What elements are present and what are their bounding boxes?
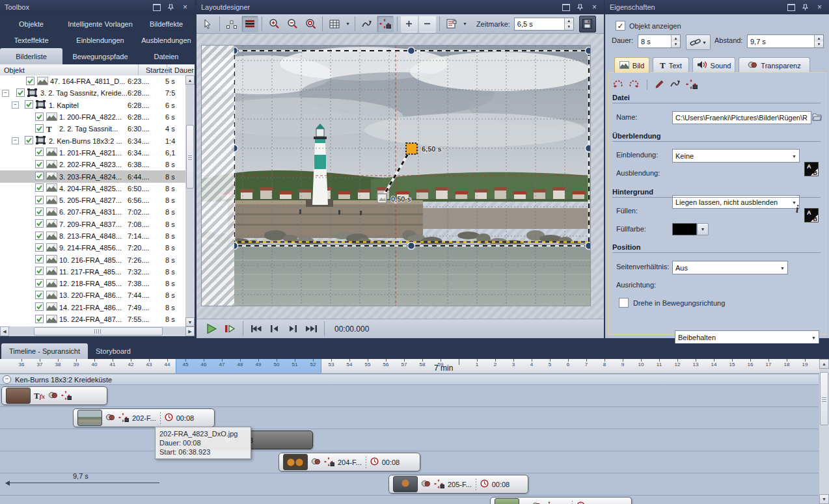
keyframe-list-dropdown-arrow[interactable]: ▼ [463,21,467,26]
vscroll-thumb[interactable] [186,125,194,189]
list-item[interactable]: 15. 224-FRA_487...7:55....8 s [0,313,185,325]
timeline-clip[interactable]: Tfx [1,386,107,405]
skip-to-end-button[interactable] [304,323,318,336]
list-item[interactable]: T2. 2. Tag Sassnit...6:30....4 s [0,123,185,135]
toolbox-tab-bildeffekte[interactable]: Bildeffekte [138,16,195,32]
collapse-group-icon[interactable]: − [3,375,11,384]
item-checkbox[interactable] [25,100,33,110]
column-dauer[interactable]: Dauer [171,66,194,74]
timeline-tab-timeline-spuransicht[interactable]: Timeline - Spuransicht [1,343,88,359]
fuellfarbe-picker[interactable]: ▼ [672,223,709,235]
motion-path-icon[interactable] [670,79,681,90]
info-icon[interactable]: i [796,204,798,215]
list-item[interactable]: 6. 207-FRA_4831...7:02....8 s [0,206,185,218]
previous-frame-button[interactable] [267,323,282,336]
selection-handle[interactable] [586,145,591,152]
select-tool-button[interactable] [199,16,216,33]
column-objekt[interactable]: Objekt [0,66,25,74]
skip-to-start-button[interactable] [249,323,264,336]
item-checkbox[interactable] [35,160,44,170]
tab-sound[interactable]: Sound [692,57,735,73]
timeline-track[interactable] [0,496,819,504]
play-from-marker-button[interactable] [223,323,237,336]
close-icon[interactable]: × [181,4,189,11]
item-checkbox[interactable] [35,183,44,193]
keyframe-marker-end[interactable] [406,143,417,154]
hscroll-thumb[interactable] [34,327,163,336]
dauer-spinner[interactable]: ▲▼ [671,35,680,47]
timeline-clip[interactable]: 205-F...00:08 [388,475,528,494]
scroll-up-button[interactable]: ▲ [185,75,195,85]
link-duration-button[interactable]: ▼ [686,34,711,50]
tab-transparenz[interactable]: Transparenz [739,57,810,73]
motion-path-tool-button[interactable] [359,16,375,33]
selection-handle[interactable] [586,243,591,250]
item-checkbox[interactable] [35,267,44,276]
toolbox-hscrollbar[interactable]: ◀ ▶ [0,326,195,336]
timeline-tab-storyboard[interactable]: Storyboard [88,343,139,359]
node-edit-tool-button[interactable] [223,16,240,33]
pin-icon[interactable] [801,4,809,11]
toolbox-tab-einblendungen[interactable]: Einblendungen [62,32,138,48]
selection-handle[interactable] [408,243,415,250]
item-checkbox[interactable] [35,302,44,312]
list-item[interactable]: 8. 213-FRA_4848...7:14....8 s [0,230,185,242]
item-checkbox[interactable] [35,172,44,181]
design-canvas[interactable]: 6,50 s 0,50 s [197,34,604,319]
list-item[interactable]: −3. 2. Tag Sassnitz, Kreide...6:28....7:… [0,87,185,99]
tracks-view-button[interactable] [241,16,258,33]
timeline-track[interactable] [0,429,819,451]
timeline-clip[interactable]: 204-F...00:08 [279,453,420,471]
item-checkbox[interactable] [35,232,44,241]
abstand-spinner[interactable]: ▲▼ [814,35,823,47]
camera-pan-tool-button[interactable] [377,16,394,33]
save-view-button[interactable] [579,16,596,33]
keyframe-marker-start[interactable] [377,194,387,203]
zoom-fit-button[interactable] [302,16,319,33]
zoom-in-button[interactable] [265,16,282,33]
list-item[interactable]: 4. 204-FRA_4825...6:50....8 s [0,183,185,194]
play-button[interactable] [204,323,219,336]
abstand-input[interactable] [747,34,824,48]
toolbox-tab-texteffekte[interactable]: Texteffekte [0,32,62,48]
maximize-icon[interactable] [787,4,795,11]
camera-pan-icon[interactable] [686,79,698,90]
pin-icon[interactable] [167,4,175,11]
list-item[interactable]: 7. 209-FRA_4837...7:08....8 s [0,219,185,230]
timeline-ruler[interactable]: 7 min 3637383940414243444546474849505152… [0,359,829,374]
scroll-down-button[interactable]: ▼ [819,494,829,504]
list-item[interactable]: 3. 203-FRA_4824...6:44....8 s [0,170,185,182]
timeline-clip[interactable]: T2...00:08 [490,497,632,504]
rotate-right-icon[interactable] [629,79,640,90]
selection-handle[interactable] [586,47,591,55]
maximize-icon[interactable] [562,4,570,11]
track-group-header[interactable]: − Ken-Burns 18x3:2 Kreideküste [0,375,819,385]
list-item[interactable]: 10. 216-FRA_485...7:26....8 s [0,254,185,265]
maximize-icon[interactable] [152,4,161,11]
timeline-track[interactable] [0,385,819,407]
tab-text[interactable]: TText [653,57,689,73]
add-keyframe-button[interactable] [401,16,418,33]
zeitmarke-spinner[interactable]: ▲▼ [564,18,573,30]
list-item[interactable]: 11. 217-FRA_485...7:32....8 s [0,266,185,278]
drehe-checkbox[interactable] [619,298,629,308]
show-object-checkbox[interactable]: ✓ [616,21,625,31]
item-checkbox[interactable] [35,196,44,206]
filename-input[interactable] [672,111,811,124]
remove-keyframe-button[interactable] [419,16,436,33]
list-column-header[interactable]: Objekt Startzeit Dauer [0,64,195,76]
next-frame-button[interactable] [286,323,300,336]
slide-preview[interactable]: 6,50 s 0,50 s [202,46,590,306]
list-item[interactable]: 13. 220-FRA_486...7:44....8 s [0,289,185,301]
vscroll-thumb[interactable] [820,372,828,425]
item-checkbox[interactable] [35,124,44,134]
color-dropdown-arrow[interactable]: ▼ [697,223,709,235]
item-checkbox[interactable] [35,113,44,122]
timeline-clip[interactable]: 202-F...00:08 [73,408,215,427]
selection-handle[interactable] [408,47,415,55]
item-checkbox[interactable] [25,136,33,146]
list-item[interactable]: 9. 214-FRA_4856...7:20....8 s [0,242,185,254]
toolbox-tab-bilderliste[interactable]: Bilderliste [0,48,62,64]
scroll-right-button[interactable]: ▶ [185,326,195,336]
list-item[interactable]: 1. 201-FRA_4821...6:34....6,1 [0,147,185,159]
